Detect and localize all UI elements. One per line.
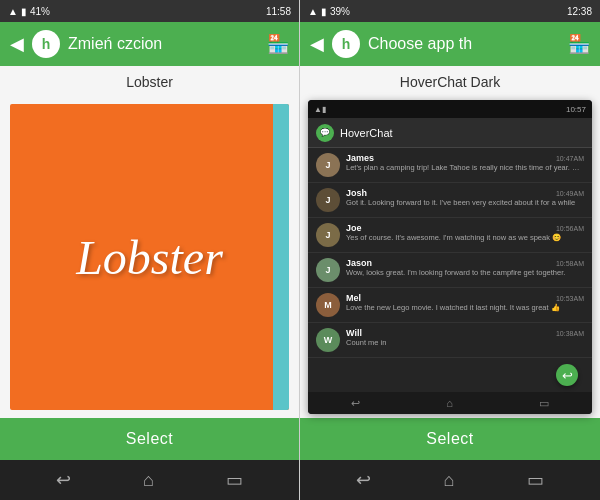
chat-signal-icon: ▲▮ [314, 105, 326, 114]
chat-message: Yes of course. It's awesome. I'm watchin… [346, 233, 584, 243]
right-phone-panel: ▲ ▮ 39% 12:38 ◀ h Choose app th 🏪 HoverC… [300, 0, 600, 500]
chat-avatar: J [316, 153, 340, 177]
chat-message: Love the new Lego movie. I watched it la… [346, 303, 584, 313]
right-app-icon: h [332, 30, 360, 58]
chat-time: 10:53AM [556, 295, 584, 302]
chat-app-title: HoverChat [340, 127, 393, 139]
chat-name-row: Joe10:56AM [346, 223, 584, 233]
chat-name: Will [346, 328, 362, 338]
chat-time: 10:38AM [556, 330, 584, 337]
font-name-label: Lobster [0, 66, 299, 96]
chat-time: 10:58AM [556, 260, 584, 267]
right-nav-back-button[interactable]: ↩ [356, 469, 371, 491]
chat-list: JJames10:47AMLet's plan a camping trip! … [308, 148, 592, 392]
chat-name: James [346, 153, 374, 163]
chat-message: Wow, looks great. I'm looking forward to… [346, 268, 584, 278]
chat-mockup: ▲▮ 10:57 💬 HoverChat JJames10:47AMLet's … [308, 100, 592, 414]
left-status-time: 11:58 [266, 6, 291, 17]
chat-name-row: James10:47AM [346, 153, 584, 163]
right-nav-home-button[interactable]: ⌂ [444, 470, 455, 491]
right-status-bar: ▲ ▮ 39% 12:38 [300, 0, 600, 22]
right-battery-percent: 39% [330, 6, 350, 17]
font-preview-text: Lobster [76, 230, 223, 285]
chat-name: Josh [346, 188, 367, 198]
left-status-bar: ▲ ▮ 41% 11:58 [0, 0, 299, 22]
chat-name-row: Will10:38AM [346, 328, 584, 338]
left-phone-panel: ▲ ▮ 41% 11:58 ◀ h Zmień czcion 🏪 Lobster… [0, 0, 300, 500]
chat-status-bar: ▲▮ 10:57 [308, 100, 592, 118]
chat-app-bar: 💬 HoverChat [308, 118, 592, 148]
chat-name: Mel [346, 293, 361, 303]
chat-time: 10:56AM [556, 225, 584, 232]
chat-item[interactable]: MMel10:53AMLove the new Lego movie. I wa… [308, 288, 592, 323]
chat-name: Joe [346, 223, 362, 233]
left-nav-bar: ↩ ⌂ ▭ [0, 460, 299, 500]
chat-message: Let's plan a camping trip! Lake Tahoe is… [346, 163, 584, 173]
right-battery-icon: ▮ [321, 6, 327, 17]
chat-content: Josh10:49AMGot it. Looking forward to it… [346, 188, 584, 208]
chat-message: Count me in [346, 338, 584, 348]
app-icon: h [32, 30, 60, 58]
signal-icon: ▲ [8, 6, 18, 17]
right-app-bar: ◀ h Choose app th 🏪 [300, 22, 600, 66]
right-status-left: ▲ ▮ 39% [308, 6, 350, 17]
chat-time: 10:49AM [556, 190, 584, 197]
chat-avatar: J [316, 223, 340, 247]
chat-time: 10:57 [566, 105, 586, 114]
chat-item[interactable]: JJames10:47AMLet's plan a camping trip! … [308, 148, 592, 183]
battery-percent: 41% [30, 6, 50, 17]
chat-avatar: W [316, 328, 340, 352]
right-select-button[interactable]: Select [300, 418, 600, 460]
chat-item[interactable]: WWill10:38AMCount me in [308, 323, 592, 358]
chat-avatar: J [316, 188, 340, 212]
chat-preview-area: ▲▮ 10:57 💬 HoverChat JJames10:47AMLet's … [300, 96, 600, 418]
chat-time: 10:47AM [556, 155, 584, 162]
right-store-icon[interactable]: 🏪 [568, 33, 590, 55]
back-button[interactable]: ◀ [10, 33, 24, 55]
right-nav-bar: ↩ ⌂ ▭ [300, 460, 600, 500]
chat-content: James10:47AMLet's plan a camping trip! L… [346, 153, 584, 173]
chat-nav-home[interactable]: ⌂ [446, 397, 453, 409]
select-button[interactable]: Select [0, 418, 299, 460]
theme-name-label: HoverChat Dark [300, 66, 600, 96]
chat-name-row: Mel10:53AM [346, 293, 584, 303]
wifi-icon: ▲ [308, 6, 318, 17]
chat-item[interactable]: JJoe10:56AMYes of course. It's awesome. … [308, 218, 592, 253]
chat-content: Joe10:56AMYes of course. It's awesome. I… [346, 223, 584, 243]
left-status-left: ▲ ▮ 41% [8, 6, 50, 17]
nav-back-button[interactable]: ↩ [56, 469, 71, 491]
chat-app-icon: 💬 [316, 124, 334, 142]
chat-name-row: Jason10:58AM [346, 258, 584, 268]
chat-name-row: Josh10:49AM [346, 188, 584, 198]
font-preview-area: Lobster [0, 96, 299, 418]
chat-content: Will10:38AMCount me in [346, 328, 584, 348]
app-bar-title: Zmień czcion [68, 35, 259, 53]
right-status-time: 12:38 [567, 6, 592, 17]
chat-content: Mel10:53AMLove the new Lego movie. I wat… [346, 293, 584, 313]
nav-home-button[interactable]: ⌂ [143, 470, 154, 491]
right-nav-recents-button[interactable]: ▭ [527, 469, 544, 491]
chat-content: Jason10:58AMWow, looks great. I'm lookin… [346, 258, 584, 278]
right-back-button[interactable]: ◀ [310, 33, 324, 55]
right-app-bar-title: Choose app th [368, 35, 560, 53]
store-icon[interactable]: 🏪 [267, 33, 289, 55]
battery-icon: ▮ [21, 6, 27, 17]
chat-nav-bar: ↩ ⌂ ▭ [308, 392, 592, 414]
nav-recents-button[interactable]: ▭ [226, 469, 243, 491]
left-app-bar: ◀ h Zmień czcion 🏪 [0, 22, 299, 66]
chat-nav-recents[interactable]: ▭ [539, 397, 549, 410]
chat-avatar: M [316, 293, 340, 317]
shadow-strip [273, 104, 289, 410]
chat-item[interactable]: JJosh10:49AMGot it. Looking forward to i… [308, 183, 592, 218]
chat-item[interactable]: JJason10:58AMWow, looks great. I'm looki… [308, 253, 592, 288]
fab-button[interactable]: ↩ [556, 364, 578, 386]
chat-name: Jason [346, 258, 372, 268]
chat-nav-back[interactable]: ↩ [351, 397, 360, 410]
chat-message: Got it. Looking forward to it. I've been… [346, 198, 584, 208]
font-preview-card: Lobster [10, 104, 289, 410]
chat-avatar: J [316, 258, 340, 282]
